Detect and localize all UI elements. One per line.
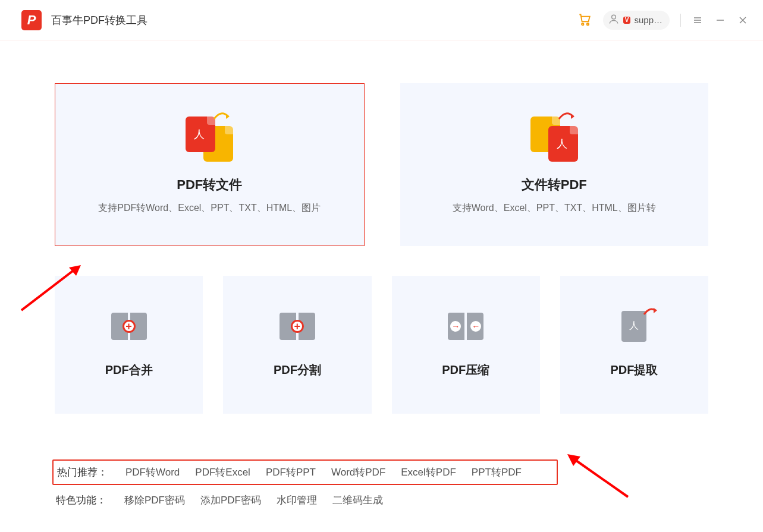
- main-content: 人 PDF转文件 支持PDF转Word、Excel、PPT、TXT、HTML、图…: [0, 40, 763, 414]
- hot-link[interactable]: PDF转PPT: [266, 465, 316, 479]
- close-button[interactable]: [737, 14, 749, 26]
- hot-recommend-row: 热门推荐： PDF转Word PDF转Excel PDF转PPT Word转PD…: [52, 459, 558, 485]
- file-to-pdf-icon: 人: [528, 115, 580, 163]
- vip-badge: V: [623, 17, 631, 24]
- svg-point-2: [611, 15, 616, 19]
- card-desc: 支持Word、Excel、PPT、TXT、HTML、图片转: [453, 202, 656, 215]
- hot-link[interactable]: PPT转PDF: [472, 465, 522, 479]
- card-desc: 支持PDF转Word、Excel、PPT、TXT、HTML、图片: [98, 202, 321, 215]
- merge-icon: +: [108, 312, 150, 341]
- feature-label: 特色功能：: [56, 493, 106, 507]
- feature-link[interactable]: 添加PDF密码: [200, 493, 261, 507]
- cart-icon[interactable]: [577, 11, 592, 29]
- user-name: supp…: [634, 15, 662, 25]
- footer: 热门推荐： PDF转Word PDF转Excel PDF转PPT Word转PD…: [52, 459, 711, 512]
- card-pdf-merge[interactable]: + PDF合并: [55, 276, 203, 414]
- app-logo: P: [21, 10, 42, 30]
- menu-button[interactable]: [692, 14, 704, 26]
- hot-link[interactable]: Word转PDF: [331, 465, 385, 479]
- user-icon: [608, 13, 620, 27]
- hot-link[interactable]: PDF转Word: [125, 465, 180, 479]
- hot-link[interactable]: PDF转Excel: [195, 465, 250, 479]
- card-pdf-split[interactable]: + PDF分割: [223, 276, 371, 414]
- card-title: PDF压缩: [442, 362, 489, 378]
- card-pdf-extract[interactable]: 人 PDF提取: [560, 276, 708, 414]
- hot-label: 热门推荐：: [57, 465, 108, 479]
- feature-row: 特色功能： 移除PDF密码 添加PDF密码 水印管理 二维码生成: [52, 489, 711, 512]
- pdf-to-file-icon: 人: [183, 115, 236, 163]
- card-title: 文件转PDF: [522, 176, 587, 194]
- card-file-to-pdf[interactable]: 人 文件转PDF 支持Word、Excel、PPT、TXT、HTML、图片转: [400, 83, 709, 246]
- card-title: PDF分割: [274, 362, 321, 378]
- hot-link[interactable]: Excel转PDF: [401, 465, 456, 479]
- app-title: 百事牛PDF转换工具: [51, 13, 147, 27]
- feature-link[interactable]: 二维码生成: [332, 493, 383, 507]
- feature-link[interactable]: 移除PDF密码: [124, 493, 185, 507]
- minimize-button[interactable]: [714, 14, 726, 26]
- card-title: PDF转文件: [177, 176, 242, 194]
- compress-icon: →←: [444, 312, 487, 341]
- card-pdf-to-file[interactable]: 人 PDF转文件 支持PDF转Word、Excel、PPT、TXT、HTML、图…: [55, 83, 365, 246]
- svg-marker-4: [69, 265, 81, 276]
- card-title: PDF提取: [610, 362, 658, 378]
- svg-point-1: [587, 23, 589, 25]
- card-title: PDF合并: [105, 362, 153, 378]
- user-account-button[interactable]: V supp…: [603, 11, 670, 30]
- card-pdf-compress[interactable]: →← PDF压缩: [392, 276, 540, 414]
- feature-link[interactable]: 水印管理: [277, 493, 317, 507]
- svg-point-0: [582, 23, 583, 25]
- titlebar: P 百事牛PDF转换工具 V supp…: [0, 0, 763, 40]
- split-icon: +: [276, 312, 319, 341]
- divider: [680, 14, 681, 27]
- extract-icon: 人: [613, 312, 655, 341]
